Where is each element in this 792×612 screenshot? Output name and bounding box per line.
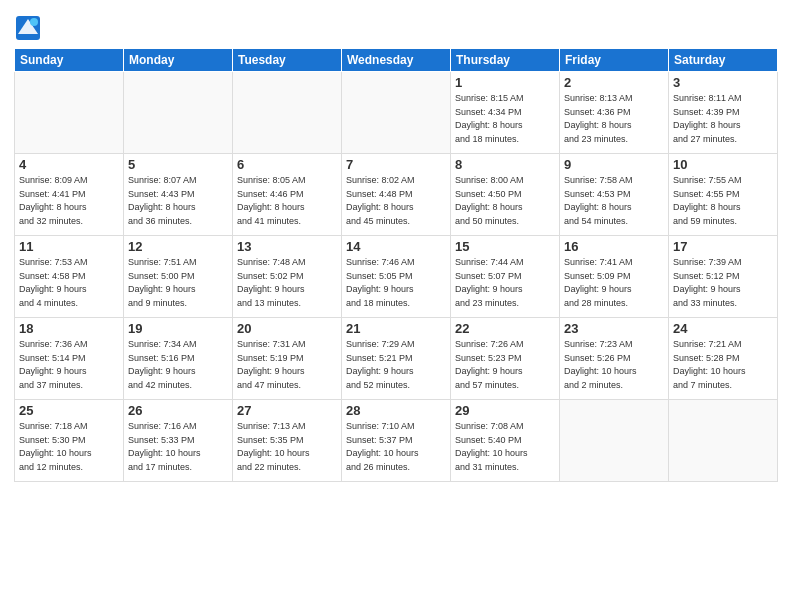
- day-detail: Sunrise: 8:00 AM Sunset: 4:50 PM Dayligh…: [455, 174, 555, 228]
- calendar-cell: 4Sunrise: 8:09 AM Sunset: 4:41 PM Daylig…: [15, 154, 124, 236]
- day-number: 27: [237, 403, 337, 418]
- day-detail: Sunrise: 7:31 AM Sunset: 5:19 PM Dayligh…: [237, 338, 337, 392]
- day-number: 24: [673, 321, 773, 336]
- day-detail: Sunrise: 7:46 AM Sunset: 5:05 PM Dayligh…: [346, 256, 446, 310]
- weekday-header-sunday: Sunday: [15, 49, 124, 72]
- calendar-cell: 7Sunrise: 8:02 AM Sunset: 4:48 PM Daylig…: [342, 154, 451, 236]
- calendar-cell: 28Sunrise: 7:10 AM Sunset: 5:37 PM Dayli…: [342, 400, 451, 482]
- day-number: 7: [346, 157, 446, 172]
- logo: [14, 14, 44, 42]
- calendar-cell: 2Sunrise: 8:13 AM Sunset: 4:36 PM Daylig…: [560, 72, 669, 154]
- calendar-cell: 15Sunrise: 7:44 AM Sunset: 5:07 PM Dayli…: [451, 236, 560, 318]
- day-number: 20: [237, 321, 337, 336]
- day-detail: Sunrise: 8:02 AM Sunset: 4:48 PM Dayligh…: [346, 174, 446, 228]
- day-detail: Sunrise: 8:15 AM Sunset: 4:34 PM Dayligh…: [455, 92, 555, 146]
- day-detail: Sunrise: 7:36 AM Sunset: 5:14 PM Dayligh…: [19, 338, 119, 392]
- logo-icon: [14, 14, 42, 42]
- day-detail: Sunrise: 7:23 AM Sunset: 5:26 PM Dayligh…: [564, 338, 664, 392]
- day-number: 10: [673, 157, 773, 172]
- day-number: 6: [237, 157, 337, 172]
- calendar-cell: 23Sunrise: 7:23 AM Sunset: 5:26 PM Dayli…: [560, 318, 669, 400]
- calendar-week-row: 11Sunrise: 7:53 AM Sunset: 4:58 PM Dayli…: [15, 236, 778, 318]
- calendar-cell: [124, 72, 233, 154]
- day-detail: Sunrise: 8:09 AM Sunset: 4:41 PM Dayligh…: [19, 174, 119, 228]
- day-detail: Sunrise: 7:16 AM Sunset: 5:33 PM Dayligh…: [128, 420, 228, 474]
- calendar-cell: 16Sunrise: 7:41 AM Sunset: 5:09 PM Dayli…: [560, 236, 669, 318]
- day-number: 17: [673, 239, 773, 254]
- calendar-cell: 26Sunrise: 7:16 AM Sunset: 5:33 PM Dayli…: [124, 400, 233, 482]
- day-detail: Sunrise: 7:48 AM Sunset: 5:02 PM Dayligh…: [237, 256, 337, 310]
- day-detail: Sunrise: 8:07 AM Sunset: 4:43 PM Dayligh…: [128, 174, 228, 228]
- day-detail: Sunrise: 7:10 AM Sunset: 5:37 PM Dayligh…: [346, 420, 446, 474]
- weekday-header-monday: Monday: [124, 49, 233, 72]
- day-number: 19: [128, 321, 228, 336]
- calendar-cell: 20Sunrise: 7:31 AM Sunset: 5:19 PM Dayli…: [233, 318, 342, 400]
- page: SundayMondayTuesdayWednesdayThursdayFrid…: [0, 0, 792, 612]
- day-number: 15: [455, 239, 555, 254]
- calendar-cell: 27Sunrise: 7:13 AM Sunset: 5:35 PM Dayli…: [233, 400, 342, 482]
- calendar-cell: 9Sunrise: 7:58 AM Sunset: 4:53 PM Daylig…: [560, 154, 669, 236]
- weekday-header-wednesday: Wednesday: [342, 49, 451, 72]
- day-number: 28: [346, 403, 446, 418]
- calendar-table: SundayMondayTuesdayWednesdayThursdayFrid…: [14, 48, 778, 482]
- calendar-cell: 25Sunrise: 7:18 AM Sunset: 5:30 PM Dayli…: [15, 400, 124, 482]
- day-number: 29: [455, 403, 555, 418]
- weekday-header-thursday: Thursday: [451, 49, 560, 72]
- day-number: 12: [128, 239, 228, 254]
- day-number: 13: [237, 239, 337, 254]
- day-number: 22: [455, 321, 555, 336]
- day-detail: Sunrise: 7:44 AM Sunset: 5:07 PM Dayligh…: [455, 256, 555, 310]
- calendar-cell: [342, 72, 451, 154]
- calendar-cell: [669, 400, 778, 482]
- calendar-cell: 10Sunrise: 7:55 AM Sunset: 4:55 PM Dayli…: [669, 154, 778, 236]
- day-detail: Sunrise: 8:11 AM Sunset: 4:39 PM Dayligh…: [673, 92, 773, 146]
- day-detail: Sunrise: 7:51 AM Sunset: 5:00 PM Dayligh…: [128, 256, 228, 310]
- calendar-header-row: SundayMondayTuesdayWednesdayThursdayFrid…: [15, 49, 778, 72]
- day-detail: Sunrise: 7:58 AM Sunset: 4:53 PM Dayligh…: [564, 174, 664, 228]
- day-number: 16: [564, 239, 664, 254]
- day-number: 1: [455, 75, 555, 90]
- day-number: 23: [564, 321, 664, 336]
- weekday-header-friday: Friday: [560, 49, 669, 72]
- weekday-header-tuesday: Tuesday: [233, 49, 342, 72]
- day-number: 14: [346, 239, 446, 254]
- day-detail: Sunrise: 8:13 AM Sunset: 4:36 PM Dayligh…: [564, 92, 664, 146]
- calendar-cell: 12Sunrise: 7:51 AM Sunset: 5:00 PM Dayli…: [124, 236, 233, 318]
- day-detail: Sunrise: 7:21 AM Sunset: 5:28 PM Dayligh…: [673, 338, 773, 392]
- day-detail: Sunrise: 7:55 AM Sunset: 4:55 PM Dayligh…: [673, 174, 773, 228]
- day-number: 4: [19, 157, 119, 172]
- calendar-cell: 8Sunrise: 8:00 AM Sunset: 4:50 PM Daylig…: [451, 154, 560, 236]
- day-detail: Sunrise: 7:18 AM Sunset: 5:30 PM Dayligh…: [19, 420, 119, 474]
- day-number: 18: [19, 321, 119, 336]
- day-detail: Sunrise: 7:08 AM Sunset: 5:40 PM Dayligh…: [455, 420, 555, 474]
- calendar-cell: 29Sunrise: 7:08 AM Sunset: 5:40 PM Dayli…: [451, 400, 560, 482]
- day-number: 11: [19, 239, 119, 254]
- calendar-cell: 1Sunrise: 8:15 AM Sunset: 4:34 PM Daylig…: [451, 72, 560, 154]
- day-detail: Sunrise: 7:34 AM Sunset: 5:16 PM Dayligh…: [128, 338, 228, 392]
- calendar-week-row: 25Sunrise: 7:18 AM Sunset: 5:30 PM Dayli…: [15, 400, 778, 482]
- day-detail: Sunrise: 7:29 AM Sunset: 5:21 PM Dayligh…: [346, 338, 446, 392]
- day-detail: Sunrise: 8:05 AM Sunset: 4:46 PM Dayligh…: [237, 174, 337, 228]
- day-number: 9: [564, 157, 664, 172]
- day-number: 21: [346, 321, 446, 336]
- day-number: 8: [455, 157, 555, 172]
- calendar-cell: 18Sunrise: 7:36 AM Sunset: 5:14 PM Dayli…: [15, 318, 124, 400]
- calendar-cell: 22Sunrise: 7:26 AM Sunset: 5:23 PM Dayli…: [451, 318, 560, 400]
- calendar-cell: 6Sunrise: 8:05 AM Sunset: 4:46 PM Daylig…: [233, 154, 342, 236]
- weekday-header-saturday: Saturday: [669, 49, 778, 72]
- day-detail: Sunrise: 7:53 AM Sunset: 4:58 PM Dayligh…: [19, 256, 119, 310]
- day-detail: Sunrise: 7:39 AM Sunset: 5:12 PM Dayligh…: [673, 256, 773, 310]
- calendar-cell: 3Sunrise: 8:11 AM Sunset: 4:39 PM Daylig…: [669, 72, 778, 154]
- calendar-cell: 14Sunrise: 7:46 AM Sunset: 5:05 PM Dayli…: [342, 236, 451, 318]
- calendar-cell: [233, 72, 342, 154]
- calendar-cell: 19Sunrise: 7:34 AM Sunset: 5:16 PM Dayli…: [124, 318, 233, 400]
- day-number: 26: [128, 403, 228, 418]
- calendar-cell: 13Sunrise: 7:48 AM Sunset: 5:02 PM Dayli…: [233, 236, 342, 318]
- calendar-cell: 17Sunrise: 7:39 AM Sunset: 5:12 PM Dayli…: [669, 236, 778, 318]
- calendar-week-row: 1Sunrise: 8:15 AM Sunset: 4:34 PM Daylig…: [15, 72, 778, 154]
- day-detail: Sunrise: 7:13 AM Sunset: 5:35 PM Dayligh…: [237, 420, 337, 474]
- day-number: 2: [564, 75, 664, 90]
- calendar-cell: 5Sunrise: 8:07 AM Sunset: 4:43 PM Daylig…: [124, 154, 233, 236]
- header: [14, 10, 778, 42]
- day-number: 5: [128, 157, 228, 172]
